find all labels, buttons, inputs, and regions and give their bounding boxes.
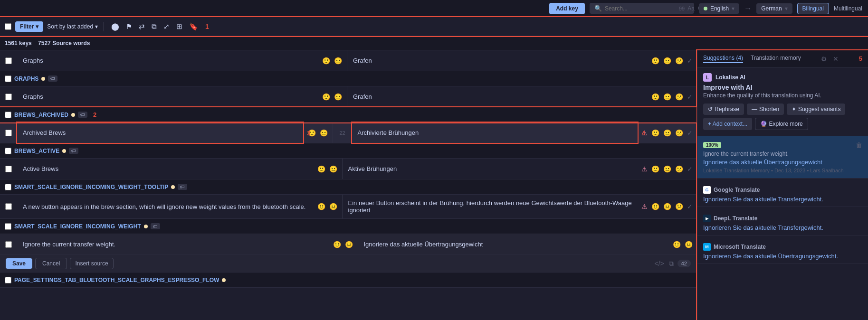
ignore-emoji-1[interactable]: 🙂	[332, 240, 342, 249]
graphs2-target[interactable]: Grafen	[347, 86, 648, 107]
add-context-button[interactable]: + Add context...	[703, 118, 752, 130]
tooltip-emoji-1[interactable]: 🙂	[316, 202, 326, 211]
tag-icon-button[interactable]: ⊞	[175, 21, 184, 32]
graphs2-checkbox[interactable]	[5, 94, 12, 100]
right-panel-close-icon[interactable]: ✕	[832, 54, 839, 64]
select-all-checkbox[interactable]	[5, 23, 11, 30]
source-actions: 🙂 😐	[317, 50, 347, 71]
emoji-icon-g2[interactable]: 😐	[333, 92, 343, 102]
suggestion-delete-button[interactable]: 🗑	[856, 141, 862, 149]
bilingual-button[interactable]: Bilingual	[797, 3, 829, 14]
page-settings-checkbox[interactable]	[5, 277, 11, 283]
tooltip-t-emoji-1[interactable]: 🙂	[650, 202, 660, 211]
graphs-target[interactable]: Grafen	[347, 50, 648, 71]
table-row-tooltip: A new button appears in the brew section…	[0, 195, 696, 219]
t-emoji-g1[interactable]: 🙂	[650, 92, 660, 102]
filter-button[interactable]: Filter ▾	[15, 21, 43, 32]
save-button[interactable]: Save	[6, 258, 32, 269]
archived-source[interactable]: Archived Brews 3	[17, 122, 303, 143]
code-icon-button[interactable]: </>	[654, 259, 665, 268]
tooltip-t-emoji-2[interactable]: 😐	[662, 202, 672, 211]
deepl-translation-text[interactable]: Ignorieren Sie das aktuelle Transfergewi…	[697, 224, 868, 235]
active-source[interactable]: Active Brews	[17, 159, 313, 179]
row-checkbox[interactable]	[5, 57, 12, 64]
active-target[interactable]: Aktive Brühungen	[343, 159, 638, 179]
target-input-ignore-weight[interactable]: Ignoriere das aktuelle Übertragungsgewic…	[364, 241, 664, 248]
archived-t-emoji-4[interactable]: ✓	[686, 128, 694, 138]
active-emoji-1[interactable]: 🙂	[316, 164, 326, 174]
suggest-variants-button[interactable]: ✦ Suggest variants	[787, 104, 845, 115]
tooltip-checkbox[interactable]	[5, 184, 11, 190]
target-emoji-1[interactable]: 🙂	[650, 56, 660, 66]
archived-emoji-2[interactable]: 😐	[319, 128, 329, 138]
tab-suggestions[interactable]: Suggestions (4)	[703, 55, 743, 63]
ignore-weight-checkbox[interactable]	[5, 223, 11, 230]
archived-t-emoji-2[interactable]: 😐	[662, 128, 672, 138]
expand-icon-button[interactable]: ⤢	[162, 21, 171, 32]
ignore-weight-target[interactable]: Ignoriere das aktuelle Übertragungsgewic…	[358, 234, 669, 254]
active-emoji-2[interactable]: 😐	[328, 164, 338, 174]
sort-button[interactable]: Sort by last added ▾	[47, 23, 98, 30]
tooltip-t-emoji-4[interactable]: ✓	[686, 202, 694, 211]
ignore-emoji-2[interactable]: 😐	[344, 240, 354, 249]
t-emoji-g3[interactable]: 😕	[674, 92, 684, 102]
suggestion-item-100[interactable]: 100% 🗑 Ignore the current transfer weigh…	[697, 136, 868, 179]
target-emoji-4[interactable]: ✓	[686, 56, 694, 66]
graphs2-source[interactable]: Graphs	[17, 86, 317, 107]
ignore-weight-row-checkbox[interactable]	[5, 241, 12, 248]
suggestions-list: 100% 🗑 Ignore the current transfer weigh…	[697, 136, 868, 320]
archived-target[interactable]: Archivierte Brühungen 4	[352, 122, 638, 143]
archived-t-emoji-3[interactable]: 😕	[674, 128, 684, 138]
active-t-emoji-1[interactable]: 🙂	[650, 164, 660, 174]
ignore-t-emoji-2[interactable]: 😐	[684, 240, 694, 249]
multilingual-button[interactable]: Multilingual	[834, 5, 862, 12]
archived-t-emoji-1[interactable]: 🙂	[650, 128, 660, 138]
target-emoji-2[interactable]: 😐	[662, 56, 672, 66]
microsoft-translation-text[interactable]: Ignorieren Sie das aktuelle Übertragungs…	[697, 253, 868, 264]
shorten-button[interactable]: — Shorten	[747, 104, 784, 115]
brews-archived-checkbox[interactable]	[5, 112, 11, 118]
right-panel-settings-icon[interactable]: ⚙	[820, 54, 828, 64]
tooltip-t-emoji-3[interactable]: 😕	[674, 202, 684, 211]
graphs-source[interactable]: Graphs	[17, 50, 317, 71]
ignore-t-emoji-1[interactable]: 🙂	[672, 240, 682, 249]
ignore-weight-source[interactable]: Ignore the current transfer weight.	[17, 234, 328, 254]
tooltip-warning-icon[interactable]: ⚠	[640, 202, 649, 211]
rephrase-button[interactable]: ↺ Rephrase	[703, 104, 744, 115]
insert-source-button[interactable]: Insert source	[70, 258, 113, 269]
google-translation-text[interactable]: Ignorieren Sie das aktuelle Transfergewi…	[697, 196, 868, 207]
copy-icon-button[interactable]: ⧉	[150, 21, 158, 32]
tooltip-emoji-2[interactable]: 😐	[328, 202, 338, 211]
source-language-selector[interactable]: English ▾	[699, 3, 739, 14]
explore-more-button[interactable]: 🔮 Explore more	[755, 118, 808, 130]
target-language-selector[interactable]: German ▾	[756, 3, 792, 14]
bookmark-icon-button[interactable]: 🔖	[188, 21, 200, 32]
flag-icon-button[interactable]: ⚑	[124, 21, 134, 32]
target-emoji-3[interactable]: 😕	[674, 56, 684, 66]
brews-active-checkbox[interactable]	[5, 148, 11, 154]
tooltip-row-checkbox[interactable]	[5, 203, 12, 210]
tab-translation-memory[interactable]: Translation memory	[751, 55, 801, 63]
circle-icon-button[interactable]: ⬤	[110, 21, 121, 32]
active-t-emoji-3[interactable]: 😕	[674, 164, 684, 174]
copy-icon-button-2[interactable]: ⧉	[668, 259, 675, 269]
archived-checkbox[interactable]	[5, 130, 12, 136]
cancel-button[interactable]: Cancel	[35, 258, 67, 269]
emoji-icon-g1[interactable]: 🙂	[321, 92, 331, 102]
t-emoji-g4[interactable]: ✓	[686, 92, 694, 102]
active-t-emoji-2[interactable]: 😐	[662, 164, 672, 174]
t-emoji-g2[interactable]: 😐	[662, 92, 672, 102]
ai-title: Improve with AI	[703, 84, 862, 91]
arrows-icon-button[interactable]: ⇄	[137, 21, 146, 32]
tooltip-target[interactable]: Ein neuer Button erscheint in der Brühun…	[343, 195, 638, 218]
add-key-button[interactable]: Add key	[549, 3, 585, 14]
active-checkbox[interactable]	[5, 166, 12, 172]
emoji-icon-2[interactable]: 😐	[333, 56, 343, 66]
table-row-graphs-2: Graphs 🙂 😐 Grafen 🙂 😐 😕 ✓	[0, 86, 696, 107]
graphs-checkbox[interactable]	[5, 75, 11, 82]
tooltip-source[interactable]: A new button appears in the brew section…	[17, 195, 313, 218]
active-warning-icon[interactable]: ⚠	[640, 164, 649, 174]
active-t-emoji-4[interactable]: ✓	[686, 164, 694, 174]
emoji-icon-1[interactable]: 🙂	[321, 56, 331, 66]
search-input[interactable]	[605, 5, 676, 12]
